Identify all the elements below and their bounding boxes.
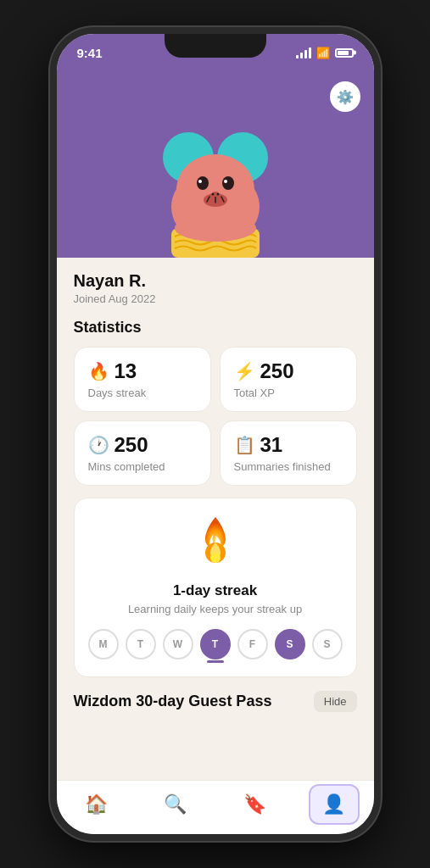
stat-value: 250 xyxy=(260,359,294,383)
signal-icon xyxy=(296,47,311,58)
stat-label: Mins completed xyxy=(88,460,197,473)
streak-subtitle: Learning daily keeps your streak up xyxy=(128,603,302,615)
user-joined: Joined Aug 2022 xyxy=(74,292,357,305)
home-icon: 🏠 xyxy=(85,793,108,815)
svg-point-14 xyxy=(175,214,256,242)
search-icon: 🔍 xyxy=(164,793,187,815)
svg-point-16 xyxy=(216,193,219,196)
day-circle: S xyxy=(312,629,343,659)
svg-point-4 xyxy=(197,176,209,190)
stat-label: Summaries finished xyxy=(234,460,343,473)
user-info: Nayan R. Joined Aug 2022 xyxy=(74,271,357,305)
day-circle: M xyxy=(88,629,119,659)
stat-value: 13 xyxy=(114,359,137,383)
stat-icon: 🕐 xyxy=(88,435,109,455)
phone-frame: 9:41 📶 ⚙️ xyxy=(50,27,381,841)
days-row: MTWTFSS xyxy=(88,629,343,659)
notch xyxy=(165,34,266,58)
nav-item-bookmarks[interactable]: 🔖 xyxy=(229,784,280,825)
streak-card: 1-day streak Learning daily keeps your s… xyxy=(74,498,357,677)
battery-icon xyxy=(335,48,354,58)
stat-card: ⚡ 250 Total XP xyxy=(220,347,357,412)
gear-icon: ⚙️ xyxy=(337,89,354,105)
streak-title: 1-day streak xyxy=(173,582,257,599)
day-circle: T xyxy=(200,629,231,659)
stat-value: 31 xyxy=(260,433,283,457)
stat-card: 🕐 250 Mins completed xyxy=(74,420,211,486)
stat-card: 📋 31 Summaries finished xyxy=(220,420,357,486)
settings-button[interactable]: ⚙️ xyxy=(330,81,360,112)
svg-point-7 xyxy=(224,180,227,183)
guest-pass-row: Wizdom 30-day Guest Pass Hide xyxy=(74,691,357,712)
nav-item-home[interactable]: 🏠 xyxy=(70,784,121,825)
stat-icon: ⚡ xyxy=(234,361,255,381)
stat-icon: 📋 xyxy=(234,435,255,455)
bottom-nav: 🏠🔍🔖👤 xyxy=(57,780,374,834)
nav-item-search[interactable]: 🔍 xyxy=(150,784,201,825)
stat-card: 🔥 13 Days streak xyxy=(74,347,211,412)
character-illustration xyxy=(148,97,283,258)
day-circle: F xyxy=(237,629,268,659)
flame-icon xyxy=(193,515,237,576)
nav-item-profile[interactable]: 👤 xyxy=(309,784,360,825)
hide-button[interactable]: Hide xyxy=(314,691,357,712)
svg-point-6 xyxy=(198,180,202,183)
guest-pass-title: Wizdom 30-day Guest Pass xyxy=(74,693,272,710)
day-circle: W xyxy=(163,629,193,659)
stat-label: Days streak xyxy=(88,387,197,399)
stat-label: Total XP xyxy=(234,387,343,399)
status-time: 9:41 xyxy=(77,46,103,60)
hero-section: ⚙️ xyxy=(57,71,374,258)
profile-icon: 👤 xyxy=(322,793,345,815)
wifi-icon: 📶 xyxy=(316,47,330,59)
bookmarks-icon: 🔖 xyxy=(243,793,266,815)
svg-point-15 xyxy=(211,193,214,196)
statistics-title: Statistics xyxy=(74,319,357,337)
status-icons: 📶 xyxy=(296,47,354,59)
svg-point-18 xyxy=(210,553,221,563)
user-name: Nayan R. xyxy=(74,271,357,291)
stat-value: 250 xyxy=(114,433,148,457)
svg-point-5 xyxy=(222,176,234,190)
content-area: Nayan R. Joined Aug 2022 Statistics 🔥 13… xyxy=(57,258,374,793)
day-circle: S xyxy=(275,629,305,659)
stats-grid: 🔥 13 Days streak ⚡ 250 Total XP 🕐 250 Mi… xyxy=(74,347,357,486)
day-circle: T xyxy=(126,629,156,659)
stat-icon: 🔥 xyxy=(88,361,109,381)
